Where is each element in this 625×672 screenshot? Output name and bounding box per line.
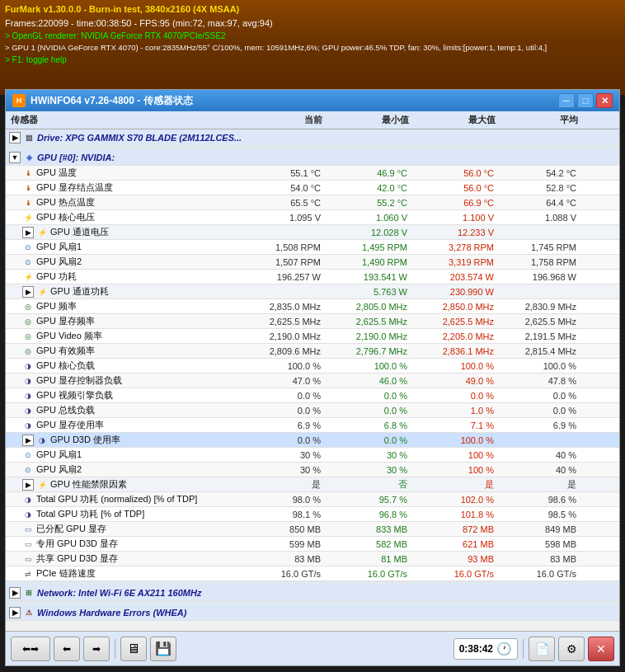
sensor-label: GPU 显存结点温度 — [36, 181, 113, 194]
mem-icon: ▭ — [22, 538, 34, 550]
current-value: 是 — [245, 478, 327, 491]
table-row[interactable]: ◑Total GPU 功耗 (normalized) [% of TDP]98.… — [6, 492, 619, 507]
table-row[interactable]: 🌡GPU 温度55.1 °C46.9 °C56.0 °C54.2 °C — [6, 166, 619, 181]
table-row[interactable]: ▶⚡GPU 通道电压12.028 V12.233 V — [6, 225, 619, 240]
table-row[interactable]: ▭已分配 GPU 显存850 MB833 MB872 MB849 MB — [6, 522, 619, 537]
table-row[interactable]: ▭共享 GPU D3D 显存83 MB81 MB93 MB83 MB — [6, 552, 619, 566]
table-row[interactable]: ◑Total GPU 功耗 [% of TDP]98.1 %96.8 %101.… — [6, 507, 619, 522]
table-row[interactable]: ▶⚡GPU 通道功耗5.763 W230.990 W — [6, 284, 619, 299]
table-row[interactable]: ◎GPU 频率2,835.0 MHz2,805.0 MHz2,850.0 MHz… — [6, 299, 619, 314]
table-row[interactable]: 🌡GPU 热点温度65.5 °C55.2 °C66.9 °C64.4 °C — [6, 195, 619, 210]
current-value: 0.0 % — [245, 406, 327, 416]
save-report-button[interactable]: 💾 — [150, 637, 176, 661]
table-row[interactable]: ⇌PCIe 链路速度16.0 GT/s16.0 GT/s16.0 GT/s16.… — [6, 566, 619, 581]
min-value: 833 MB — [327, 524, 414, 534]
table-row[interactable]: ⚡GPU 功耗196.257 W193.541 W203.574 W196.96… — [6, 270, 619, 284]
table-row[interactable]: ⊙GPU 风扇11,508 RPM1,495 RPM3,278 RPM1,745… — [6, 240, 619, 255]
max-value: 7.1 % — [414, 421, 500, 430]
table-row[interactable]: ◑GPU 显存控制器负载47.0 %46.0 %49.0 %47.8 % — [6, 374, 619, 388]
furmark-title: FurMark v1.30.0.0 - Burn-in test, 3840x2… — [5, 2, 620, 16]
table-row[interactable]: ◎GPU 显存频率2,625.5 MHz2,625.5 MHz2,625.5 M… — [6, 314, 619, 329]
max-value: 102.0 % — [414, 495, 500, 505]
table-row[interactable]: ⊙GPU 风扇130 %30 %100 %40 % — [6, 448, 619, 463]
table-row[interactable]: ▶⊞Network: Intel Wi-Fi 6E AX211 160MHz — [6, 585, 619, 601]
table-row[interactable]: ⚡GPU 核心电压1.095 V1.060 V1.100 V1.088 V — [6, 210, 619, 225]
table-row[interactable]: ◑GPU 显存使用率6.9 %6.8 %7.1 %6.9 % — [6, 418, 619, 433]
toolbar-sep-2 — [523, 639, 524, 659]
sensor-label: GPU 视频引擎负载 — [36, 389, 113, 402]
fan-icon: ⊙ — [22, 464, 34, 476]
sensor-name-cell: ▶⚡GPU 通道电压 — [6, 226, 245, 238]
col-header-current: 当前 — [247, 114, 329, 126]
expand-icon[interactable]: ▼ — [9, 152, 21, 163]
sensor-label: GPU Video 频率 — [36, 330, 102, 342]
sensor-name-cell: ⚡GPU 功耗 — [6, 270, 245, 283]
table-row[interactable]: ◑GPU 核心负载100.0 %100.0 %100.0 %100.0 % — [6, 359, 619, 374]
exit-button[interactable]: ✕ — [588, 637, 614, 661]
table-row[interactable]: ▼◈GPU [#0]: NVIDIA: — [6, 149, 619, 166]
table-row[interactable]: ▶⚠Windows Hardware Errors (WHEA) — [6, 604, 619, 621]
expand-icon[interactable]: ▶ — [22, 227, 34, 238]
load-icon: ◑ — [22, 420, 34, 431]
min-value: 2,796.7 MHz — [327, 346, 414, 356]
mem-icon: ▭ — [22, 524, 34, 535]
table-row[interactable]: ▶⚡GPU 性能禁限因素是否是是 — [6, 477, 619, 492]
max-value: 2,205.0 MHz — [414, 331, 500, 341]
table-row[interactable]: ⊙GPU 风扇230 %30 %100 %40 % — [6, 463, 619, 477]
min-value: 否 — [327, 478, 414, 491]
current-value: 83 MB — [245, 554, 327, 564]
minimize-button[interactable]: ─ — [558, 93, 575, 108]
table-row[interactable]: ⊙GPU 风扇21,507 RPM1,490 RPM3,319 RPM1,758… — [6, 255, 619, 270]
sensor-label: GPU 性能禁限因素 — [50, 478, 127, 491]
expand-icon[interactable]: ▶ — [9, 587, 21, 599]
furmark-gpu: > GPU 1 (NVIDIA GeForce RTX 4070) - core… — [5, 42, 620, 54]
expand-icon[interactable]: ▶ — [22, 286, 34, 298]
close-button[interactable]: ✕ — [596, 93, 613, 108]
table-row[interactable]: ◑GPU 视频引擎负载0.0 %0.0 %0.0 %0.0 % — [6, 388, 619, 403]
table-row[interactable]: ◑GPU 总线负载0.0 %0.0 %1.0 %0.0 % — [6, 403, 619, 418]
current-value: 30 % — [245, 465, 327, 475]
avg-value: 100.0 % — [500, 361, 583, 371]
nav-next-button[interactable]: ➡ — [83, 637, 110, 661]
system-summary-button[interactable]: 🖥 — [120, 637, 147, 661]
volt-icon: ⚡ — [36, 227, 48, 238]
maximize-button[interactable]: □ — [577, 93, 594, 108]
table-row[interactable]: ▶▤Drive: XPG GAMMIX S70 BLADE (2M112LCES… — [6, 129, 619, 146]
table-row[interactable]: ▭专用 GPU D3D 显存599 MB582 MB621 MB598 MB — [6, 537, 619, 552]
power-icon: ⚡ — [36, 479, 48, 491]
table-row[interactable]: ▶◑GPU D3D 使用率0.0 %0.0 %100.0 % — [6, 433, 619, 448]
clock-icon: ◎ — [22, 301, 34, 313]
sensor-label: Windows Hardware Errors (WHEA) — [37, 608, 186, 618]
sensor-label: GPU 显存频率 — [36, 315, 95, 327]
table-row[interactable]: 🌡GPU 显存结点温度54.0 °C42.0 °C56.0 °C52.8 °C — [6, 181, 619, 195]
expand-icon[interactable]: ▶ — [22, 435, 34, 446]
nav-back-forward-button[interactable]: ⬅➡ — [11, 637, 50, 661]
expand-icon[interactable]: ▶ — [9, 607, 21, 618]
load-icon: ◑ — [22, 494, 34, 505]
sensor-label: 共享 GPU D3D 显存 — [36, 552, 118, 565]
sensor-label: Total GPU 功耗 [% of TDP] — [36, 508, 144, 520]
bottom-toolbar: ⬅➡ ⬅ ➡ 🖥 💾 0:38:42 🕐 📄 ⚙ ✕ — [6, 631, 619, 665]
max-value: 12.233 V — [414, 228, 500, 237]
sensor-label: PCIe 链路速度 — [36, 567, 96, 580]
temp-icon: 🌡 — [22, 167, 34, 179]
sensor-label: GPU 通道电压 — [50, 226, 109, 238]
elapsed-time: 0:38:42 🕐 — [453, 638, 518, 660]
net-icon: ⊞ — [23, 587, 35, 599]
furmark-renderer: > OpenGL renderer: NVIDIA GeForce RTX 40… — [5, 30, 620, 42]
nav-prev-button[interactable]: ⬅ — [54, 637, 80, 661]
report-button[interactable]: 📄 — [529, 637, 555, 661]
sensor-table[interactable]: ▶▤Drive: XPG GAMMIX S70 BLADE (2M112LCES… — [6, 129, 619, 631]
table-row[interactable]: ◎GPU 有效频率2,809.6 MHz2,796.7 MHz2,836.1 M… — [6, 344, 619, 359]
expand-icon[interactable]: ▶ — [9, 132, 21, 143]
current-value: 2,625.5 MHz — [245, 317, 327, 327]
table-row[interactable]: ◎GPU Video 频率2,190.0 MHz2,190.0 MHz2,205… — [6, 329, 619, 344]
sensor-name-cell: 🌡GPU 显存结点温度 — [6, 181, 245, 194]
expand-icon[interactable]: ▶ — [22, 479, 34, 491]
avg-value: 47.8 % — [500, 376, 583, 386]
max-value: 101.8 % — [414, 510, 500, 519]
sensor-label: GPU 温度 — [36, 167, 77, 179]
settings-button[interactable]: ⚙ — [558, 637, 585, 661]
clock-icon: ◎ — [22, 345, 34, 357]
min-value: 1.060 V — [327, 213, 414, 223]
